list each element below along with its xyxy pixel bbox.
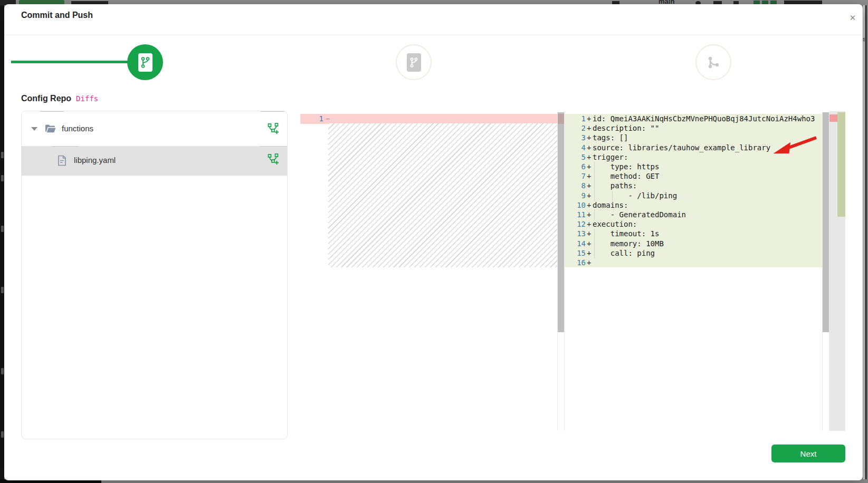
- line-number: 4: [565, 143, 586, 153]
- line-number: 11: [565, 210, 586, 220]
- diffs-badge: Diffs: [76, 94, 98, 103]
- line-number: 12: [565, 219, 586, 229]
- row-border-segment: [40, 111, 64, 112]
- config-repo-title: Config Repo: [21, 94, 71, 103]
- red-annotation-arrow: [768, 131, 821, 156]
- git-branch-icon: [410, 57, 418, 68]
- git-branch-badge-icon-gray: [407, 53, 421, 72]
- background-sidebar-icon-fragment: [1, 152, 4, 158]
- added-sign: +: [587, 114, 591, 124]
- folder-label[interactable]: functions: [62, 124, 93, 133]
- added-sign: +: [587, 258, 591, 268]
- added-sign: +: [587, 248, 591, 258]
- line-number: 9: [565, 191, 586, 201]
- chevron-down-icon[interactable]: [31, 127, 37, 131]
- line-number: 16: [565, 258, 586, 268]
- line-number: 15: [565, 248, 586, 258]
- folder-open-icon: [45, 124, 56, 133]
- row-border-segment: [261, 111, 288, 112]
- line-content: - GeneratedDomain: [593, 210, 686, 220]
- line-number: 8: [565, 181, 586, 191]
- added-sign: +: [587, 133, 591, 143]
- overview-added-mark: [837, 112, 845, 217]
- commit-and-push-dialog: Commit and Push ✕: [4, 4, 863, 480]
- line-content: paths:: [593, 181, 637, 191]
- added-sign: +: [587, 200, 591, 210]
- git-merge-icon: [705, 54, 721, 70]
- deleted-line-marker: −: [326, 114, 330, 124]
- line-number: 5: [565, 152, 586, 162]
- added-sign: +: [587, 229, 591, 239]
- added-sign: +: [587, 162, 591, 172]
- line-number: 10: [565, 200, 586, 210]
- deleted-line-number: 1: [300, 114, 323, 124]
- background-sidebar-icon-fragment: [1, 175, 4, 181]
- background-sidebar-icon-fragment: [1, 226, 4, 232]
- config-repo-heading: Config Repo Diffs: [21, 94, 98, 103]
- line-content: tags: []: [593, 133, 628, 143]
- stage-file-button[interactable]: [268, 153, 280, 166]
- stage-folder-button[interactable]: [268, 123, 280, 135]
- file-icon: [58, 155, 66, 166]
- step-progress-line: [11, 61, 128, 63]
- line-content: type: https: [593, 162, 659, 172]
- row-border-segment: [261, 146, 288, 147]
- added-sign: +: [587, 219, 591, 229]
- added-sign: +: [587, 123, 591, 133]
- background-right-scrollbar[interactable]: s: [863, 5, 868, 479]
- added-sign: +: [587, 171, 591, 181]
- file-label[interactable]: libping.yaml: [74, 156, 116, 165]
- line-number: 6: [565, 162, 586, 172]
- step-message-circle: [396, 44, 432, 80]
- git-branch-badge-icon: [138, 53, 152, 72]
- background-scrollbar-bar[interactable]: [865, 5, 867, 479]
- header-divider: [4, 35, 863, 35]
- background-sidebar-icon-fragment: [1, 431, 4, 438]
- close-icon[interactable]: ✕: [845, 11, 860, 25]
- diff-editor: 1 − 1+id: QmeiA3AAKiNqHsCbzMVnePHQuoBqj8…: [296, 111, 850, 431]
- git-branch-icon: [141, 56, 150, 69]
- line-content: id: QmeiA3AAKiNqHsCbzMVnePHQuoBqj84JutcN…: [593, 114, 815, 124]
- step-push-circle: [695, 44, 731, 80]
- line-content: call: ping: [593, 248, 655, 258]
- diff-overview-ruler[interactable]: [829, 111, 845, 431]
- git-commit-plus-icon: [268, 123, 280, 135]
- next-button[interactable]: Next: [771, 445, 845, 462]
- left-pane-scrollbar-thumb[interactable]: [558, 112, 564, 332]
- added-sign: +: [587, 152, 591, 162]
- line-number: 1: [565, 114, 586, 124]
- diff-placeholder-hatch: [328, 123, 557, 267]
- line-content: description: "": [593, 123, 659, 133]
- line-content: source: libraries/tauhow_example_library: [593, 143, 770, 153]
- changed-files-tree: functions libping.yaml: [21, 111, 288, 439]
- overview-deleted-mark: [829, 114, 837, 122]
- line-content: trigger:: [593, 152, 628, 162]
- line-content: method: GET: [593, 171, 659, 181]
- added-sign: +: [587, 210, 591, 220]
- background-sidebar-strip: [0, 5, 4, 479]
- added-sign: +: [587, 181, 591, 191]
- background-sidebar-icon-fragment: [1, 368, 4, 374]
- added-sign: +: [587, 191, 591, 201]
- added-sign: +: [587, 143, 591, 153]
- added-sign: +: [587, 239, 591, 249]
- git-commit-plus-icon: [268, 153, 280, 166]
- tree-row-functions[interactable]: functions: [22, 111, 288, 146]
- line-content: timeout: 1s: [593, 229, 659, 239]
- right-pane-scrollbar-thumb[interactable]: [823, 112, 829, 332]
- line-content: domains:: [593, 200, 628, 210]
- line-content: - /lib/ping: [593, 191, 677, 201]
- line-number: 14: [565, 239, 586, 249]
- tree-row-libping[interactable]: libping.yaml: [22, 146, 288, 176]
- line-content: memory: 10MB: [593, 239, 664, 249]
- dialog-title: Commit and Push: [21, 11, 93, 20]
- background-sidebar-icon-fragment: [1, 287, 4, 293]
- line-number: 13: [565, 229, 586, 239]
- line-number: 7: [565, 171, 586, 181]
- line-content: execution:: [593, 219, 637, 229]
- line-number: 2: [565, 123, 586, 133]
- line-number: 3: [565, 133, 586, 143]
- step-diffs-circle: [127, 44, 163, 80]
- row-border-segment: [52, 146, 78, 147]
- deleted-line-row: [300, 114, 565, 124]
